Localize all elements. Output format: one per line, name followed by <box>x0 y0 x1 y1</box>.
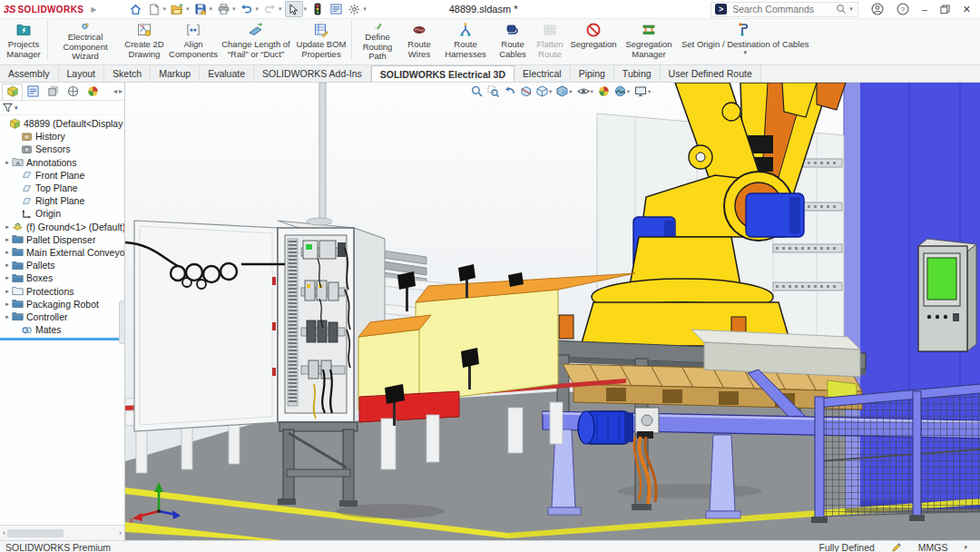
graphics-area[interactable]: X ▾ ▾ ▾ ▾ ▾ <box>125 83 980 540</box>
tab-electrical[interactable]: Electrical <box>514 65 571 82</box>
home-icon[interactable] <box>128 2 144 16</box>
select-cursor-icon[interactable] <box>285 1 303 17</box>
view-settings-icon[interactable]: ▾ <box>633 84 652 98</box>
tab-assembly[interactable]: Assembly <box>0 65 59 82</box>
ribbon-segregation[interactable]: Segregation <box>568 19 619 62</box>
scroll-thumb[interactable] <box>7 529 64 537</box>
tree-item-front-plane[interactable]: Front Plane <box>0 169 124 182</box>
edit-appearance-icon[interactable] <box>597 84 611 98</box>
tree-item-origin[interactable]: Origin <box>0 207 124 220</box>
tab-user-defined-route[interactable]: User Defined Route <box>661 65 761 82</box>
tree-item-top-plane[interactable]: Top Plane <box>0 182 124 194</box>
open-caret[interactable]: ▾ <box>186 5 190 13</box>
filter-caret[interactable]: ▾ <box>15 104 18 112</box>
print-caret[interactable]: ▾ <box>232 5 236 13</box>
ribbon-align-components[interactable]: Align Components <box>168 19 219 62</box>
tree-item-annotations[interactable]: ▸Annotations <box>0 156 124 169</box>
tab-solidworks-electrical-3d[interactable]: SOLIDWORKS Electrical 3D <box>371 65 514 82</box>
section-view-icon[interactable] <box>519 84 533 98</box>
user-account-icon[interactable] <box>871 3 884 15</box>
view-orientation-icon[interactable]: ▾ <box>535 84 553 98</box>
undo-caret[interactable]: ▾ <box>256 5 260 13</box>
zoom-to-fit-icon[interactable] <box>470 84 484 98</box>
tree-item-mates[interactable]: Mates <box>0 323 124 336</box>
tree-item-pallet-dispenser[interactable]: ▸Pallet Dispenser <box>0 233 124 246</box>
tree-item-protections[interactable]: ▸Protections <box>0 284 124 297</box>
dimxpert-manager-tab[interactable] <box>64 84 83 99</box>
tab-layout[interactable]: Layout <box>59 65 105 82</box>
panel-tabs-scroll-left[interactable]: ◂ <box>113 87 117 95</box>
settings-gear-icon[interactable] <box>346 2 362 16</box>
units-caret[interactable]: ▾ <box>964 544 967 551</box>
units-label[interactable]: MMGS <box>918 542 948 552</box>
ribbon-change-length[interactable]: Change Length of “Rail” or “Duct” <box>219 19 293 62</box>
ribbon-route-harnesses[interactable]: Route Harnesses <box>437 19 494 62</box>
ribbon-define-routing-path[interactable]: Define Routing Path <box>354 19 401 62</box>
search-commands-box[interactable]: > ▾ <box>710 2 858 17</box>
open-icon[interactable] <box>169 2 185 16</box>
tree-item-right-plane[interactable]: Right Plane <box>0 194 124 207</box>
ribbon-electrical-component-wizard[interactable]: Electrical Component Wizard <box>50 19 121 62</box>
tab-tubing[interactable]: Tubing <box>614 65 661 82</box>
save-icon[interactable] <box>192 2 209 16</box>
undo-icon[interactable] <box>239 2 255 16</box>
panel-horizontal-scrollbar[interactable]: ‹ › <box>0 525 124 540</box>
tree-item-boxes[interactable]: ▸Boxes <box>0 271 124 284</box>
ribbon-segregation-manager[interactable]: Segregation Manager <box>619 19 679 62</box>
tab-markup[interactable]: Markup <box>151 65 200 82</box>
flyout-caret[interactable]: ▾ <box>743 50 747 54</box>
tab-solidworks-add-ins[interactable]: SOLIDWORKS Add-Ins <box>254 65 371 82</box>
zoom-to-area-icon[interactable] <box>486 84 500 98</box>
save-caret[interactable]: ▾ <box>210 5 213 13</box>
tab-sketch[interactable]: Sketch <box>104 65 151 82</box>
search-input[interactable] <box>730 3 832 15</box>
panel-tabs-scroll-right[interactable]: ▸ <box>119 87 122 95</box>
scroll-right-arrow[interactable]: › <box>119 528 122 537</box>
minimize-button[interactable]: – <box>922 4 927 15</box>
menu-expand-arrow[interactable]: ▶ <box>91 5 96 14</box>
tree-item-sensors[interactable]: Sensors <box>0 143 124 155</box>
new-caret[interactable]: ▾ <box>163 5 167 13</box>
close-button[interactable]: ✕ <box>963 4 971 15</box>
filter-funnel-icon[interactable] <box>3 103 13 113</box>
apply-scene-icon[interactable]: ▾ <box>613 84 631 98</box>
tree-item-pallets[interactable]: ▸Pallets <box>0 259 124 271</box>
ribbon-set-origin-destination[interactable]: Set Origin / Destination of Cables ▾ <box>679 19 811 62</box>
restore-button[interactable] <box>940 5 950 15</box>
edit-pencil-icon[interactable] <box>891 542 902 552</box>
display-manager-tab[interactable] <box>83 84 103 99</box>
property-manager-tab[interactable] <box>24 84 43 99</box>
ribbon-route-wires[interactable]: Route Wires <box>401 19 437 62</box>
previous-view-icon[interactable] <box>503 84 516 98</box>
tree-item-controller[interactable]: ▸Controller <box>0 310 124 323</box>
ribbon-update-bom[interactable]: Update BOM Properties <box>293 19 349 62</box>
search-icon[interactable] <box>836 4 847 15</box>
controller-panel[interactable] <box>918 239 976 351</box>
tab-evaluate[interactable]: Evaluate <box>200 65 254 82</box>
tree-item-history[interactable]: History <box>0 130 124 143</box>
ribbon-route-cables[interactable]: Route Cables <box>494 19 532 62</box>
display-style-icon[interactable]: ▾ <box>555 84 573 98</box>
safety-fence[interactable] <box>811 384 980 523</box>
feature-tree-tab[interactable] <box>2 84 23 100</box>
help-icon[interactable]: ? <box>897 3 909 15</box>
tree-item-main-external-conveyor[interactable]: ▸Main External Conveyor <box>0 246 124 259</box>
select-caret[interactable]: ▾ <box>304 5 308 13</box>
tree-item-packaging-robot[interactable]: ▸Packaging Robot <box>0 298 124 310</box>
options-list-icon[interactable] <box>328 2 344 16</box>
configuration-manager-tab[interactable] <box>44 84 63 99</box>
settings-caret[interactable]: ▾ <box>363 5 367 13</box>
search-scope-caret[interactable]: ▾ <box>849 5 853 13</box>
tree-item-ground[interactable]: ▸(f) Ground<1> (Default) << <box>0 221 124 233</box>
redo-icon[interactable] <box>261 2 278 16</box>
rebuild-stoplight-icon[interactable] <box>309 2 326 16</box>
panel-resize-handle[interactable] <box>119 301 125 344</box>
scroll-left-arrow[interactable]: ‹ <box>3 528 5 537</box>
new-document-icon[interactable] <box>146 2 162 16</box>
ribbon-create-2d-drawing[interactable]: Create 2D Drawing <box>121 19 168 62</box>
tab-piping[interactable]: Piping <box>571 65 614 82</box>
hide-show-items-icon[interactable]: ▾ <box>576 84 594 98</box>
ribbon-projects-manager[interactable]: Projects Manager <box>2 19 45 62</box>
print-icon[interactable] <box>215 2 231 16</box>
tree-item-assembly-root[interactable]: 48899 (Default<Display State- <box>0 117 124 130</box>
